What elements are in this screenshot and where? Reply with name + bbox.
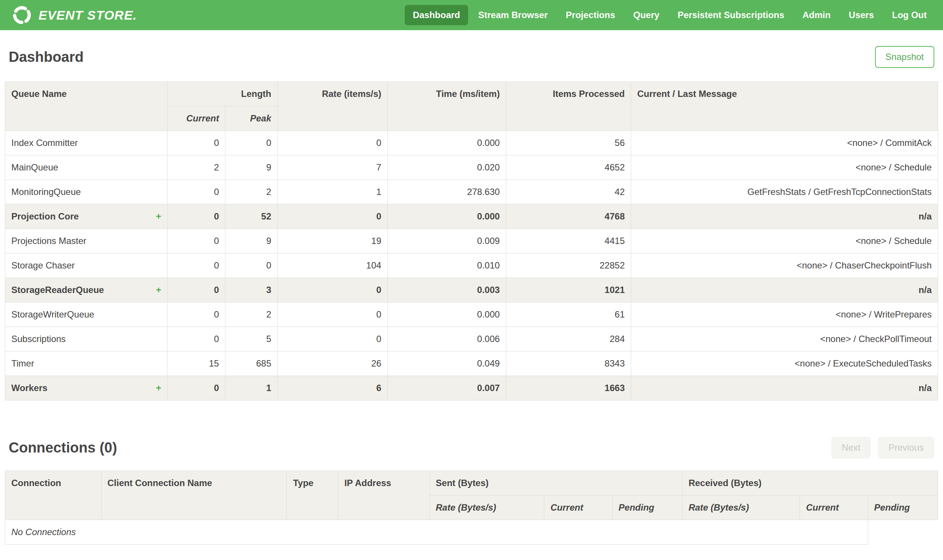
queue-message: <none> / Schedule	[631, 229, 938, 254]
col-length-peak: Peak	[225, 106, 278, 131]
navbar-menu: DashboardStream BrowserProjectionsQueryP…	[405, 5, 935, 25]
nav-item-users[interactable]: Users	[841, 5, 882, 25]
queue-length-current: 0	[167, 205, 225, 229]
nav-item-projections[interactable]: Projections	[558, 5, 623, 25]
expand-icon[interactable]: +	[156, 383, 161, 393]
brand[interactable]: EVENT STORE.	[11, 5, 137, 26]
queue-message: n/a	[631, 376, 938, 400]
queues-table: Queue Name Length Rate (items/s) Time (m…	[5, 82, 938, 400]
col-type: Type	[287, 471, 338, 520]
nav-item-admin[interactable]: Admin	[795, 5, 839, 25]
queue-time: 0.007	[388, 376, 506, 400]
col-sent-current: Current	[544, 495, 612, 520]
queue-length-current: 0	[167, 302, 225, 327]
queue-name-cell[interactable]: Projection Core+	[5, 205, 168, 229]
pager: Next Previous	[826, 437, 934, 458]
queue-name: Workers	[11, 383, 48, 393]
queue-row: MainQueue2970.0204652<none> / Schedule	[5, 155, 938, 180]
next-button[interactable]: Next	[831, 437, 871, 458]
queue-name-cell[interactable]: StorageReaderQueue+	[5, 278, 168, 302]
col-received-current: Current	[800, 495, 868, 520]
previous-button[interactable]: Previous	[878, 437, 934, 458]
col-client-connection-name: Client Connection Name	[101, 471, 287, 520]
queue-name: MainQueue	[11, 162, 58, 172]
queue-name: Timer	[11, 358, 34, 368]
queue-rate: 19	[278, 229, 388, 254]
queue-length-current: 0	[167, 327, 225, 351]
queue-rate: 104	[278, 254, 388, 278]
queue-message: <none> / Schedule	[631, 155, 938, 180]
queue-length-current: 2	[167, 155, 225, 180]
col-length-current: Current	[167, 106, 225, 131]
queue-time: 278.630	[388, 180, 506, 205]
main-content: Dashboard Snapshot Queue Name Length Rat…	[0, 46, 943, 560]
queue-items-processed: 56	[506, 131, 631, 155]
queue-length-peak: 52	[225, 205, 278, 229]
queue-name-cell[interactable]: Workers+	[5, 376, 168, 400]
queue-length-current: 0	[167, 254, 225, 278]
queue-name: MonitoringQueue	[11, 187, 81, 197]
queue-row: MonitoringQueue021278.63042GetFreshStats…	[5, 180, 938, 205]
queues-table-head: Queue Name Length Rate (items/s) Time (m…	[5, 82, 938, 131]
queue-message: <none> / CommitAck	[631, 131, 938, 155]
queue-length-peak: 3	[225, 278, 278, 302]
connections-table-body: No Connections	[5, 520, 938, 545]
queue-row: StorageReaderQueue+0300.0031021n/a	[5, 278, 938, 302]
expand-icon[interactable]: +	[156, 285, 161, 295]
queue-rate: 1	[278, 180, 388, 205]
queue-items-processed: 42	[506, 180, 631, 205]
queue-name-cell: StorageWriterQueue	[5, 302, 168, 327]
snapshot-button[interactable]: Snapshot	[875, 46, 934, 68]
queue-message: n/a	[631, 205, 938, 229]
queue-length-peak: 0	[225, 131, 278, 155]
queue-length-peak: 2	[225, 180, 278, 205]
nav-item-stream-browser[interactable]: Stream Browser	[471, 5, 556, 25]
queue-items-processed: 4652	[506, 155, 631, 180]
nav-item-dashboard[interactable]: Dashboard	[405, 5, 468, 25]
queue-name-cell: Timer	[5, 351, 168, 376]
queue-row: Timer15685260.0498343<none> / ExecuteSch…	[5, 351, 938, 376]
queue-name-cell: Projections Master	[5, 229, 168, 254]
col-time: Time (ms/item)	[388, 82, 506, 131]
queue-rate: 0	[278, 131, 388, 155]
queue-items-processed: 1663	[506, 376, 631, 400]
queue-name-cell: Index Committer	[5, 131, 168, 155]
queue-length-current: 0	[167, 376, 225, 400]
col-rate: Rate (items/s)	[278, 82, 388, 131]
queue-message: <none> / CheckPollTimeout	[631, 327, 938, 351]
queue-rate: 0	[278, 205, 388, 229]
queue-name: Projection Core	[11, 211, 79, 222]
queue-length-peak: 9	[225, 155, 278, 180]
queue-time: 0.000	[388, 131, 506, 155]
queue-length-current: 0	[167, 278, 225, 302]
queue-message: n/a	[631, 278, 938, 302]
queue-name: StorageWriterQueue	[11, 309, 94, 319]
col-queue-name: Queue Name	[5, 82, 168, 131]
queue-row: Index Committer0000.00056<none> / Commit…	[5, 131, 938, 155]
queue-length-peak: 685	[225, 351, 278, 376]
queue-length-peak: 9	[225, 229, 278, 254]
queue-rate: 0	[278, 302, 388, 327]
col-message: Current / Last Message	[631, 82, 938, 131]
queue-name-cell: MainQueue	[5, 155, 168, 180]
queue-length-peak: 2	[225, 302, 278, 327]
queue-time: 0.049	[388, 351, 506, 376]
queue-name-cell: Subscriptions	[5, 327, 168, 351]
queue-time: 0.000	[388, 205, 506, 229]
nav-item-log-out[interactable]: Log Out	[884, 5, 935, 25]
queue-length-current: 0	[167, 229, 225, 254]
queue-items-processed: 61	[506, 302, 631, 327]
queue-items-processed: 8343	[506, 351, 631, 376]
expand-icon[interactable]: +	[156, 211, 161, 222]
col-received-rate: Rate (Bytes/s)	[682, 495, 799, 520]
queue-name: Storage Chaser	[11, 260, 75, 271]
nav-item-query[interactable]: Query	[625, 5, 667, 25]
queue-items-processed: 22852	[506, 254, 631, 278]
nav-item-persistent-subscriptions[interactable]: Persistent Subscriptions	[670, 5, 792, 25]
queue-time: 0.010	[388, 254, 506, 278]
queue-name: Index Committer	[11, 138, 78, 148]
col-sent: Sent (Bytes)	[430, 471, 682, 495]
queue-name-cell: MonitoringQueue	[5, 180, 168, 205]
page-header: Dashboard Snapshot	[9, 46, 934, 68]
queue-message: <none> / WritePrepares	[631, 302, 938, 327]
